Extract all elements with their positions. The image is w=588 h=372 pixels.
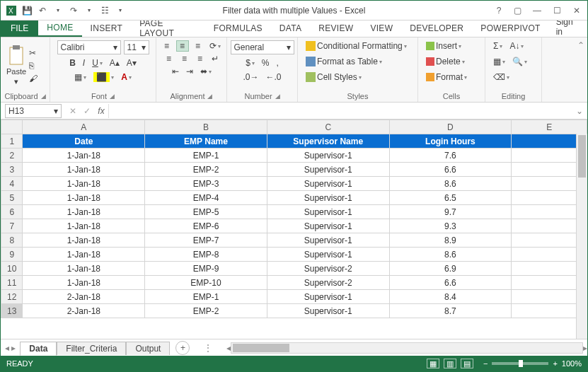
cell-D11[interactable]: 6.6: [389, 276, 512, 290]
undo-more-icon[interactable]: ▾: [52, 4, 64, 17]
cell-B11[interactable]: EMP-10: [145, 276, 267, 290]
cell-B9[interactable]: EMP-8: [145, 248, 267, 262]
horizontal-scrollbar[interactable]: ◂▸: [226, 342, 587, 354]
column-header-E[interactable]: E: [512, 120, 587, 134]
undo-icon[interactable]: ↶: [36, 4, 49, 17]
tab-powerpivot[interactable]: POWERPIVOT: [472, 20, 548, 37]
fx-icon[interactable]: fx: [94, 106, 108, 116]
cell-C13[interactable]: Supervisor-1: [267, 304, 389, 318]
align-center-button[interactable]: ≡: [178, 53, 191, 64]
vertical-scrollbar[interactable]: [576, 134, 587, 339]
cell-A9[interactable]: 1-Jan-18: [23, 248, 145, 262]
cell-C6[interactable]: Supervisor-1: [267, 205, 389, 219]
percent-format-button[interactable]: %: [260, 57, 272, 69]
select-all-corner[interactable]: [1, 120, 23, 134]
cell-A7[interactable]: 1-Jan-18: [23, 219, 145, 233]
insert-cells-button[interactable]: Insert▾: [424, 40, 463, 52]
qat-customize-icon[interactable]: ▾: [114, 4, 127, 17]
column-header-C[interactable]: C: [267, 120, 389, 134]
row-header-1[interactable]: 1: [1, 134, 23, 149]
font-color-button[interactable]: A▾: [119, 71, 134, 83]
name-box[interactable]: H13▾: [5, 104, 62, 118]
column-header-A[interactable]: A: [23, 120, 145, 134]
row-header-10[interactable]: 10: [1, 262, 23, 276]
row-header-9[interactable]: 9: [1, 248, 23, 262]
cell-D10[interactable]: 6.9: [389, 262, 512, 276]
format-painter-icon[interactable]: 🖌: [29, 74, 38, 83]
align-right-button[interactable]: ≡: [194, 53, 207, 64]
zoom-in-button[interactable]: +: [553, 359, 557, 368]
align-bottom-button[interactable]: ≡: [192, 40, 204, 52]
row-header-5[interactable]: 5: [1, 191, 23, 205]
column-header-B[interactable]: B: [145, 120, 267, 134]
tab-file[interactable]: FILE: [1, 20, 38, 37]
cell-A6[interactable]: 1-Jan-18: [23, 205, 145, 219]
page-layout-view-button[interactable]: ▥: [444, 359, 456, 368]
tabs-split-handle[interactable]: ⋮: [204, 343, 212, 353]
cell-A2[interactable]: 1-Jan-18: [23, 149, 145, 163]
cell-C8[interactable]: Supervisor-1: [267, 233, 389, 248]
cancel-icon[interactable]: ✕: [66, 106, 80, 116]
zoom-out-button[interactable]: −: [483, 359, 488, 368]
zoom-slider[interactable]: [492, 362, 548, 365]
row-header-6[interactable]: 6: [1, 205, 23, 219]
cell-A11[interactable]: 1-Jan-18: [23, 276, 145, 290]
cell-A1[interactable]: Date: [23, 134, 145, 149]
redo-icon[interactable]: ↷: [67, 4, 80, 17]
cell-D2[interactable]: 7.6: [389, 149, 512, 163]
decrease-indent-button[interactable]: ⇤: [170, 66, 181, 77]
align-middle-button[interactable]: ≡: [176, 40, 189, 52]
redo-more-icon[interactable]: ▾: [83, 4, 96, 17]
borders-button[interactable]: ▦▾: [72, 71, 88, 83]
row-header-4[interactable]: 4: [1, 177, 23, 191]
tab-home[interactable]: HOME: [38, 20, 81, 37]
cell-D7[interactable]: 9.3: [389, 219, 512, 233]
dialog-launcher-icon[interactable]: ◢: [275, 93, 280, 100]
comma-format-button[interactable]: ,: [275, 57, 281, 69]
cell-D8[interactable]: 8.9: [389, 233, 512, 248]
row-header-13[interactable]: 13: [1, 304, 23, 318]
cell-B2[interactable]: EMP-1: [145, 149, 267, 163]
minimize-icon[interactable]: —: [528, 3, 546, 18]
maximize-icon[interactable]: ☐: [548, 3, 566, 18]
cell-D5[interactable]: 6.5: [389, 191, 512, 205]
tab-formulas[interactable]: FORMULAS: [205, 20, 271, 37]
touch-mode-icon[interactable]: ☷: [98, 4, 111, 17]
cell-D13[interactable]: 8.7: [389, 304, 512, 318]
paste-button[interactable]: Paste ▾: [6, 45, 26, 86]
close-icon[interactable]: ✕: [567, 3, 586, 18]
cell-B6[interactable]: EMP-5: [145, 205, 267, 219]
tab-page-layout[interactable]: PAGE LAYOUT: [131, 20, 205, 37]
decrease-font-button[interactable]: A▾: [125, 57, 139, 69]
cell-C7[interactable]: Supervisor-1: [267, 219, 389, 233]
cell-C12[interactable]: Supervisor-1: [267, 290, 389, 304]
cell-C9[interactable]: Supervisor-1: [267, 248, 389, 262]
increase-decimal-button[interactable]: .0→: [241, 71, 260, 83]
copy-icon[interactable]: ⎘: [29, 61, 38, 71]
cell-B3[interactable]: EMP-2: [145, 163, 267, 177]
cell-B8[interactable]: EMP-7: [145, 233, 267, 248]
cell-B12[interactable]: EMP-1: [145, 290, 267, 304]
italic-button[interactable]: I: [81, 57, 87, 69]
scrollbar-thumb[interactable]: [233, 344, 289, 352]
dialog-launcher-icon[interactable]: ◢: [207, 93, 212, 100]
cell-A8[interactable]: 1-Jan-18: [23, 233, 145, 248]
cell-D3[interactable]: 6.6: [389, 163, 512, 177]
find-select-button[interactable]: 🔍▾: [510, 56, 529, 67]
cell-C4[interactable]: Supervisor-1: [267, 177, 389, 191]
wrap-text-button[interactable]: ↵: [209, 53, 221, 64]
cell-C3[interactable]: Supervisor-1: [267, 163, 389, 177]
expand-formula-bar-icon[interactable]: ⌄: [572, 106, 587, 116]
cell-A5[interactable]: 1-Jan-18: [23, 191, 145, 205]
ribbon-options-icon[interactable]: ▢: [508, 3, 526, 18]
tab-insert[interactable]: INSERT: [82, 20, 132, 37]
tab-data[interactable]: DATA: [271, 20, 310, 37]
sheet-tab-data[interactable]: Data: [20, 342, 57, 356]
sheet-tab-output[interactable]: Output: [126, 342, 170, 355]
cell-D4[interactable]: 8.6: [389, 177, 512, 191]
dialog-launcher-icon[interactable]: ◢: [41, 93, 46, 100]
cell-D6[interactable]: 9.7: [389, 205, 512, 219]
cell-C5[interactable]: Supervisor-1: [267, 191, 389, 205]
page-break-view-button[interactable]: ▤: [461, 359, 473, 368]
cell-A12[interactable]: 2-Jan-18: [23, 290, 145, 304]
